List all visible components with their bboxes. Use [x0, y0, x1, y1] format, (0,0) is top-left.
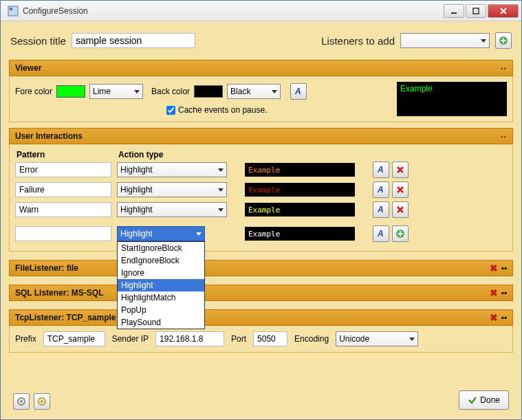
fore-color-swatch — [56, 85, 85, 98]
dropdown-option[interactable]: PopUp — [118, 304, 204, 316]
encoding-dropdown[interactable]: Unicode — [336, 331, 418, 346]
example-preview: Example — [245, 203, 355, 217]
prefix-input[interactable] — [43, 331, 105, 346]
viewer-panel: Viewer ▪▪ Fore color Lime Back color Bla… — [9, 60, 513, 122]
minimize-button[interactable] — [444, 4, 464, 18]
action-type-dropdown[interactable]: Highlight — [117, 162, 227, 177]
session-title-label: Session title — [10, 35, 66, 47]
svg-text:A: A — [377, 205, 384, 214]
bottom-icons — [13, 393, 50, 410]
svg-rect-3 — [473, 8, 479, 14]
cache-events-label: Cache events on pause. — [178, 105, 267, 115]
svg-text:A: A — [377, 165, 384, 175]
settings-button-2[interactable] — [34, 393, 50, 410]
back-color-label: Back color — [151, 87, 190, 96]
example-preview: Example — [245, 163, 355, 177]
dropdown-option[interactable]: StartIgnoreBlock — [118, 242, 204, 254]
action-type-dropdown[interactable]: Highlight — [117, 202, 227, 217]
table-row: Highlight Example A — [15, 201, 507, 218]
listeners-dropdown[interactable] — [400, 33, 490, 48]
app-icon — [8, 5, 19, 16]
font-button[interactable]: A — [373, 181, 389, 198]
cache-events-checkbox[interactable] — [166, 106, 175, 115]
column-pattern: Pattern — [17, 150, 113, 159]
window-title: ConfigureSession — [23, 6, 444, 16]
sql-listener-header[interactable]: SQL Listener: MS-SQL ✖▪▪ — [9, 285, 513, 301]
close-button[interactable] — [488, 4, 519, 18]
back-color-swatch — [194, 85, 223, 98]
pattern-input[interactable] — [15, 226, 111, 241]
example-preview: Example — [245, 227, 355, 241]
encoding-label: Encoding — [294, 334, 329, 344]
maximize-button[interactable] — [466, 4, 486, 18]
delete-listener-icon[interactable]: ✖ — [490, 263, 498, 274]
svg-point-24 — [20, 400, 23, 403]
client-area: Session title Listeners to add Viewer ▪▪… — [1, 21, 521, 419]
titlebar: ConfigureSession — [1, 1, 521, 21]
table-row: Highlight Example A — [15, 181, 507, 198]
new-row: Highlight StartIgnoreBlock EndIgnoreBloc… — [15, 225, 507, 242]
window-controls — [444, 4, 519, 18]
delete-button[interactable] — [392, 201, 409, 218]
action-type-dropdown-open[interactable]: Highlight — [117, 226, 205, 241]
dropdown-option[interactable]: EndIgnoreBlock — [118, 254, 204, 267]
delete-listener-icon[interactable]: ✖ — [490, 287, 498, 298]
font-button[interactable]: A — [373, 162, 389, 178]
dropdown-option[interactable]: Ignore — [118, 267, 204, 279]
table-row: Highlight Example A — [15, 162, 507, 178]
port-input[interactable] — [253, 331, 287, 346]
font-button[interactable]: A — [290, 83, 307, 100]
action-type-dropdown[interactable]: Highlight — [117, 182, 227, 197]
user-interactions-panel: apFiles User Interactions ▪▪ Pattern Act… — [9, 128, 513, 252]
listeners-to-add-label: Listeners to add — [321, 35, 395, 47]
pattern-input[interactable] — [15, 162, 111, 177]
back-color-dropdown[interactable]: Black — [227, 84, 281, 99]
svg-text:A: A — [377, 229, 384, 239]
expand-icon[interactable]: ▪▪ — [501, 288, 507, 298]
svg-rect-1 — [10, 8, 12, 10]
viewer-header: Viewer ▪▪ — [9, 60, 513, 76]
column-action-type: Action type — [118, 150, 228, 159]
dropdown-option[interactable]: Highlight — [118, 279, 204, 291]
settings-button-1[interactable] — [13, 393, 30, 410]
font-button[interactable]: A — [373, 225, 389, 242]
action-type-dropdown-list: StartIgnoreBlock EndIgnoreBlock Ignore H… — [117, 241, 205, 329]
svg-text:A: A — [377, 185, 384, 195]
done-button[interactable]: Done — [459, 390, 509, 410]
add-button[interactable] — [392, 225, 409, 242]
svg-point-26 — [41, 400, 43, 403]
fore-color-dropdown[interactable]: Lime — [89, 84, 143, 99]
delete-button[interactable] — [392, 162, 409, 178]
example-preview: Example — [245, 183, 355, 197]
senderip-label: Sender IP — [112, 334, 149, 344]
viewer-preview: Example — [397, 82, 507, 116]
window: ConfigureSession Session title Listeners… — [0, 0, 522, 420]
file-listener-header[interactable]: FileListener: file ✖▪▪ — [9, 260, 513, 276]
prefix-label: Prefix — [15, 334, 36, 344]
senderip-input[interactable] — [155, 331, 224, 346]
expand-icon[interactable]: ▪▪ — [501, 263, 507, 273]
expand-icon[interactable]: ▪▪ — [501, 313, 507, 322]
font-button[interactable]: A — [373, 201, 389, 218]
fore-color-label: Fore color — [15, 87, 52, 96]
tcp-listener-header[interactable]: TcpListener: TCP_sample ✖▪▪ — [9, 309, 513, 326]
check-icon — [468, 395, 477, 405]
pattern-input[interactable] — [15, 182, 111, 197]
expand-icon[interactable]: ▪▪ — [501, 133, 507, 140]
expand-icon[interactable]: ▪▪ — [501, 65, 507, 72]
user-interactions-header: User Interactions ▪▪ — [9, 128, 513, 144]
dropdown-option[interactable]: HighlightMatch — [118, 291, 204, 304]
delete-button[interactable] — [392, 181, 409, 198]
dropdown-option[interactable]: PlaySound — [118, 316, 204, 329]
pattern-input[interactable] — [15, 202, 111, 217]
svg-text:A: A — [294, 87, 301, 96]
add-listener-button[interactable] — [495, 32, 512, 49]
top-row: Session title Listeners to add — [9, 30, 513, 54]
tcp-listener-panel: TcpListener: TCP_sample ✖▪▪ Prefix Sende… — [9, 307, 513, 353]
session-title-input[interactable] — [72, 33, 195, 48]
port-label: Port — [231, 334, 246, 344]
delete-listener-icon[interactable]: ✖ — [490, 312, 498, 323]
